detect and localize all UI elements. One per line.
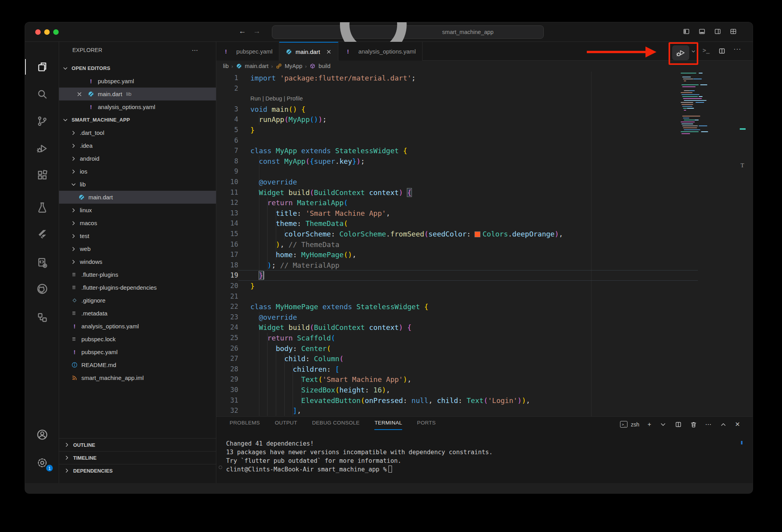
tree-item-.dart_tool[interactable]: .dart_tool bbox=[59, 126, 216, 139]
explorer-more-actions-icon[interactable]: ⋯ bbox=[192, 42, 199, 59]
bottom-panel: PROBLEMSOUTPUTDEBUG CONSOLETERMINALPORTS… bbox=[216, 416, 753, 483]
tree-item-.idea[interactable]: .idea bbox=[59, 139, 216, 152]
list-icon bbox=[71, 336, 78, 342]
terminal-icon: >_ bbox=[620, 421, 627, 428]
section-dependencies[interactable]: DEPENDENCIES bbox=[59, 464, 216, 477]
open-terminal-icon[interactable]: >_ bbox=[703, 47, 710, 54]
code-line-7: 7class MyApp extends StatelessWidget { bbox=[216, 145, 753, 156]
tree-item-.gitignore[interactable]: .gitignore bbox=[59, 294, 216, 307]
tree-item-main.dart[interactable]: main.dart bbox=[59, 191, 216, 204]
terminal-instance[interactable]: >_ zsh bbox=[620, 421, 639, 428]
tree-item-pubspec.yaml[interactable]: !pubspec.yaml bbox=[59, 346, 216, 358]
tree-item-lib[interactable]: lib bbox=[59, 178, 216, 191]
activity-project-tools-icon[interactable] bbox=[25, 252, 59, 274]
activity-settings-icon[interactable]: 1 bbox=[25, 452, 59, 474]
breadcrumb-build[interactable]: build bbox=[318, 63, 331, 69]
sidebar-title: EXPLORER ⋯ bbox=[59, 42, 216, 59]
info-icon bbox=[71, 362, 78, 368]
command-center-search[interactable]: smart_machine_app bbox=[272, 25, 544, 39]
close-panel-icon[interactable]: ✕ bbox=[735, 421, 740, 428]
tree-item-smart_machine_app.iml[interactable]: smart_machine_app.iml bbox=[59, 371, 216, 384]
panel-tab-problems[interactable]: PROBLEMS bbox=[230, 420, 260, 430]
section-outline[interactable]: OUTLINE bbox=[59, 438, 216, 451]
layout-grid-icon[interactable] bbox=[730, 28, 737, 35]
activity-flutter-icon[interactable] bbox=[25, 224, 59, 245]
vscode-window: ← → smart_machine_app 1 EXPLORER ⋯ OPEN … bbox=[25, 22, 753, 493]
activity-source-control-icon[interactable] bbox=[25, 110, 59, 132]
editor-more-actions-icon[interactable]: ··· bbox=[733, 45, 741, 53]
tree-item-pubspec.lock[interactable]: pubspec.lock bbox=[59, 333, 216, 346]
tree-item-ios[interactable]: ios bbox=[59, 165, 216, 178]
shell-label: zsh bbox=[631, 421, 639, 428]
code-editor[interactable]: T 1import 'package:flutter/material.dart… bbox=[216, 72, 753, 416]
section-open-editors[interactable]: OPEN EDITORS bbox=[59, 62, 216, 75]
yaml-warning-icon: ! bbox=[345, 48, 351, 55]
main-content: 1 EXPLORER ⋯ OPEN EDITORS!pubspec.yamlma… bbox=[25, 42, 753, 483]
tree-item-.flutter-plugins[interactable]: .flutter-plugins bbox=[59, 268, 216, 281]
activity-testing-icon[interactable] bbox=[25, 196, 59, 218]
explorer-sidebar: EXPLORER ⋯ OPEN EDITORS!pubspec.yamlmain… bbox=[59, 42, 216, 483]
tree-item-web[interactable]: web bbox=[59, 242, 216, 255]
layout-panel-icon[interactable] bbox=[698, 28, 706, 35]
tab-pubspec.yaml[interactable]: !pubspec.yaml bbox=[216, 42, 279, 61]
code-line-11: 11 Widget build(BuildContext context) { bbox=[216, 187, 753, 198]
layout-split-icon[interactable] bbox=[714, 28, 721, 35]
tree-item-linux[interactable]: linux bbox=[59, 204, 216, 217]
panel-tab-terminal[interactable]: TERMINAL bbox=[374, 420, 402, 430]
activity-run-debug-icon[interactable] bbox=[25, 137, 59, 159]
activity-github-icon[interactable] bbox=[25, 278, 59, 300]
codelens-run-debug-profile[interactable]: Run | Debug | Profile bbox=[250, 93, 303, 104]
panel-tab-ports[interactable]: PORTS bbox=[417, 420, 436, 430]
open-editor-analysis_options.yaml[interactable]: !analysis_options.yaml bbox=[59, 100, 216, 113]
activity-explorer-icon[interactable] bbox=[25, 56, 59, 78]
tree-item-windows[interactable]: windows bbox=[59, 255, 216, 268]
close-window-button[interactable] bbox=[35, 29, 41, 35]
maximize-panel-icon[interactable] bbox=[720, 421, 727, 428]
yaml-warning-icon: ! bbox=[71, 323, 78, 330]
tree-item-test[interactable]: test bbox=[59, 229, 216, 242]
activity-account-icon[interactable] bbox=[25, 424, 59, 446]
layout-sidebar-icon[interactable] bbox=[683, 28, 690, 35]
terminal-dropdown-icon[interactable] bbox=[660, 421, 667, 428]
forward-icon[interactable]: → bbox=[253, 27, 261, 36]
code-line-14: 14 theme: ThemeData( bbox=[216, 218, 753, 229]
code-line-21: 21 bbox=[216, 291, 753, 302]
section-timeline[interactable]: TIMELINE bbox=[59, 451, 216, 464]
activity-bar: 1 bbox=[25, 42, 59, 483]
activity-references-icon[interactable] bbox=[25, 306, 59, 328]
split-editor-icon[interactable] bbox=[718, 47, 726, 55]
tab-main.dart[interactable]: main.dart bbox=[279, 42, 339, 61]
panel-tab-debug-console[interactable]: DEBUG CONSOLE bbox=[312, 420, 360, 430]
split-terminal-icon[interactable] bbox=[675, 421, 682, 428]
tree-item-README.md[interactable]: README.md bbox=[59, 358, 216, 371]
code-line-25: 25 return Scaffold( bbox=[216, 333, 753, 343]
close-tab-icon[interactable] bbox=[326, 49, 332, 55]
breadcrumb-MyApp[interactable]: MyApp bbox=[285, 63, 302, 69]
zoom-window-button[interactable] bbox=[53, 29, 59, 35]
activity-extensions-icon[interactable] bbox=[25, 164, 59, 186]
breadcrumb-lib[interactable]: lib bbox=[223, 63, 229, 69]
terminal-prompt[interactable]: clint@Clints-MacBook-Air smart_machine_a… bbox=[226, 465, 493, 474]
dart-icon bbox=[78, 194, 85, 201]
tree-item-macos[interactable]: macos bbox=[59, 217, 216, 229]
back-icon[interactable]: ← bbox=[239, 27, 246, 36]
minimize-window-button[interactable] bbox=[44, 29, 50, 35]
tree-item-.flutter-plugins-dependencies[interactable]: .flutter-plugins-dependencies bbox=[59, 281, 216, 294]
new-terminal-icon[interactable]: + bbox=[647, 421, 651, 428]
kill-terminal-icon[interactable] bbox=[690, 421, 697, 428]
tree-item-.metadata[interactable]: .metadata bbox=[59, 307, 216, 320]
tab-analysis_options.yaml[interactable]: !analysis_options.yaml bbox=[338, 42, 422, 61]
tree-item-analysis_options.yaml[interactable]: !analysis_options.yaml bbox=[59, 320, 216, 333]
terminal-output[interactable]: Changed 41 dependencies!13 packages have… bbox=[226, 439, 493, 474]
breadcrumb-main.dart[interactable]: main.dart bbox=[245, 63, 268, 69]
panel-more-actions-icon[interactable]: ⋯ bbox=[705, 421, 712, 428]
dart-icon bbox=[88, 91, 94, 97]
section-project[interactable]: SMART_MACHINE_APP bbox=[59, 113, 216, 126]
close-editor-icon[interactable] bbox=[76, 91, 83, 97]
code-line-20: 20} bbox=[216, 281, 753, 291]
panel-tab-output[interactable]: OUTPUT bbox=[275, 420, 297, 430]
tree-item-android[interactable]: android bbox=[59, 152, 216, 165]
activity-search-icon[interactable] bbox=[25, 83, 59, 105]
open-editor-main.dart[interactable]: main.dartlib bbox=[59, 88, 216, 100]
open-editor-pubspec.yaml[interactable]: !pubspec.yaml bbox=[59, 75, 216, 88]
